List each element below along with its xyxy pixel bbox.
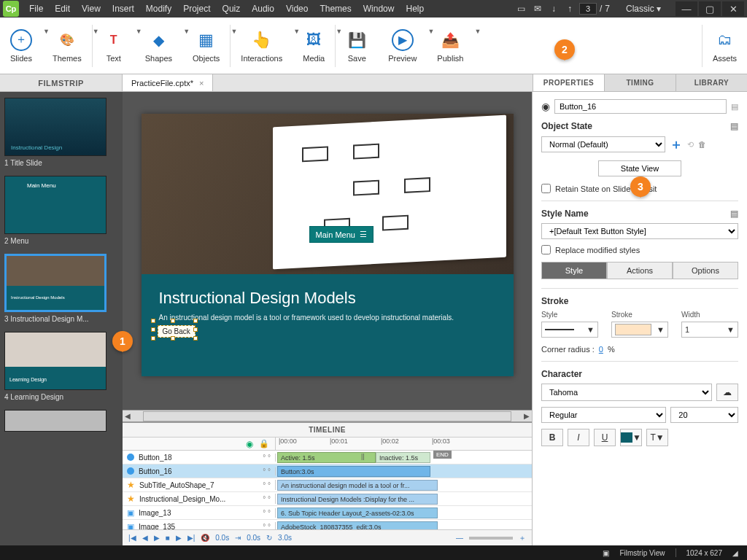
tl-zoom-out-icon[interactable]: — [456, 534, 463, 542]
timeline-bar[interactable]: 6. Sub Topic Header Layout_2-assets-02:3… [277, 508, 438, 518]
tab-timing[interactable]: TIMING [604, 74, 676, 91]
timeline-row[interactable]: ★Instructional_Design_Mo...° °Instructio… [123, 492, 532, 506]
slide-canvas[interactable]: Main Menu ☰ Instructional Design Models … [142, 114, 514, 376]
bold-button[interactable]: B [541, 429, 563, 446]
ribbon-assets[interactable]: 🗂 Assets [703, 18, 747, 74]
stage-area[interactable]: Main Menu ☰ Instructional Design Models … [123, 92, 532, 410]
ribbon-text[interactable]: T▼ Text [93, 18, 135, 74]
menu-insert[interactable]: Insert [107, 4, 140, 14]
timeline-rows[interactable]: Button_18° °Active: 1.5sInactive: 1.5s||… [123, 451, 532, 529]
italic-button[interactable]: I [568, 429, 589, 446]
close-button[interactable]: ✕ [722, 1, 744, 16]
cc-fonts-icon[interactable]: ☁ [716, 384, 738, 401]
tab-actions[interactable]: Actions [607, 262, 673, 279]
lock-icon[interactable]: 🔒 [259, 439, 269, 448]
ribbon-shapes[interactable]: ◆▼ Shapes [135, 18, 182, 74]
stroke-color-picker[interactable]: ▼ [611, 322, 668, 338]
maximize-button[interactable]: ▢ [699, 1, 721, 16]
tab-style[interactable]: Style [541, 262, 607, 279]
main-menu-button[interactable]: Main Menu ☰ [309, 226, 374, 243]
timeline-bar[interactable]: Instructional Design Models :Display for… [277, 494, 438, 505]
stroke-width-dropdown[interactable]: 1▼ [681, 322, 738, 338]
slide-thumb-2[interactable]: 2 Menu [4, 176, 118, 245]
close-icon[interactable]: × [199, 74, 204, 92]
menu-file[interactable]: File [23, 4, 49, 14]
add-state-button[interactable]: ＋ [670, 136, 683, 153]
ribbon-objects[interactable]: ▦▼ Objects [182, 18, 230, 74]
filmstrip-panel[interactable]: 1 Title Slide 2 Menu 3 Instructional Des… [0, 92, 123, 545]
replace-styles-checkbox[interactable] [541, 245, 551, 254]
tab-properties[interactable]: PROPERTIES [533, 74, 604, 91]
menu-project[interactable]: Project [177, 4, 216, 14]
timeline-bar[interactable]: An instructional design model is a tool … [277, 480, 438, 491]
menu-quiz[interactable]: Quiz [217, 4, 247, 14]
scroll-left-icon[interactable]: ◀ [123, 412, 133, 420]
horizontal-scrollbar[interactable]: ◀ ▶ [123, 410, 532, 421]
arrow-up-icon[interactable]: ↑ [563, 2, 576, 15]
tl-loop-icon[interactable]: ↻ [266, 534, 272, 542]
ribbon-interactions[interactable]: 👆▼ Interactions [231, 18, 293, 74]
retain-state-checkbox[interactable] [541, 184, 551, 193]
object-name-input[interactable] [554, 99, 727, 114]
menu-help[interactable]: Help [400, 4, 430, 14]
tl-audio-icon[interactable]: 🔇 [201, 534, 209, 542]
scroll-right-icon[interactable]: ▶ [522, 412, 532, 420]
slide-thumb-5[interactable] [4, 410, 118, 432]
go-back-button[interactable]: Go Back [158, 325, 196, 338]
workspace-dropdown[interactable]: Classic ▾ [620, 4, 667, 14]
font-size-dropdown[interactable]: 20 [670, 407, 738, 423]
eye-icon[interactable]: ◉ [541, 101, 550, 112]
menu-edit[interactable]: Edit [49, 4, 76, 14]
options-icon[interactable]: ▤ [731, 102, 738, 112]
ribbon-themes[interactable]: 🎨▼ Themes [42, 18, 92, 74]
timeline-row[interactable]: Button_18° °Active: 1.5sInactive: 1.5s|| [123, 451, 532, 464]
timeline-bar[interactable]: Button:3.0s [277, 466, 430, 477]
style-name-dropdown[interactable]: +[Default Text Button Style] [541, 223, 738, 239]
timeline-row[interactable]: Button_16° °Button:3.0s [123, 464, 532, 478]
tl-last-icon[interactable]: ▶| [187, 534, 196, 542]
menu-window[interactable]: Window [357, 4, 400, 14]
menu-video[interactable]: Video [280, 4, 314, 14]
menu-themes[interactable]: Themes [314, 4, 357, 14]
slide-thumb-1[interactable]: 1 Title Slide [4, 98, 118, 167]
ribbon-slides[interactable]: ＋▼ Slides [0, 18, 42, 74]
slide-thumb-3[interactable]: 3 Instructional Design M... [4, 254, 118, 323]
reset-state-icon[interactable]: ⟲ [687, 140, 694, 149]
eye-icon[interactable]: ◉ [246, 439, 253, 449]
font-family-dropdown[interactable]: Tahoma [541, 384, 712, 401]
font-weight-dropdown[interactable]: Regular [541, 407, 666, 423]
options-icon[interactable]: ▤ [730, 121, 738, 131]
timeline-bar[interactable]: Inactive: 1.5s [376, 452, 430, 463]
state-view-button[interactable]: State View [598, 160, 681, 176]
ribbon-media[interactable]: 🖼▼ Media [293, 18, 335, 74]
tab-options[interactable]: Options [673, 262, 738, 279]
document-tab[interactable]: PracticeFile.cptx* × [123, 74, 213, 91]
ribbon-publish[interactable]: 📤▼ Publish [427, 18, 473, 74]
timeline-row[interactable]: ▣Image_135° °AdobeStock_180837355_edit:3… [123, 520, 532, 529]
mail-icon[interactable]: ✉ [531, 2, 544, 15]
tl-marker-icon[interactable]: ⇥ [235, 534, 241, 542]
status-layout-icon[interactable]: ▣ [603, 549, 609, 557]
options-icon[interactable]: ▤ [730, 209, 738, 219]
status-resize-icon[interactable]: ◢ [732, 549, 738, 557]
menu-audio[interactable]: Audio [246, 4, 280, 14]
highlight-button[interactable]: T▼ [646, 429, 668, 446]
tl-next-icon[interactable]: ▶ [176, 534, 182, 542]
minimize-button[interactable]: — [676, 1, 697, 16]
ribbon-save[interactable]: 💾 Save [336, 18, 378, 74]
delete-state-icon[interactable]: 🗑 [698, 140, 706, 149]
timeline-row[interactable]: ★SubTitle_AutoShape_7° °An instructional… [123, 478, 532, 492]
ribbon-preview[interactable]: ▶▼ Preview [378, 18, 427, 74]
arrow-down-icon[interactable]: ↓ [547, 2, 560, 15]
text-color-button[interactable]: ▼ [620, 429, 642, 446]
tl-play-icon[interactable]: ▶ [154, 534, 160, 542]
tl-prev-icon[interactable]: ◀ [142, 534, 148, 542]
tl-first-icon[interactable]: |◀ [128, 534, 136, 542]
menu-view[interactable]: View [76, 4, 107, 14]
menu-modify[interactable]: Modify [140, 4, 177, 14]
device-preview-icon[interactable]: ▭ [515, 2, 528, 15]
corner-radius-value[interactable]: 0 [599, 345, 603, 354]
underline-button[interactable]: U [594, 429, 616, 446]
tab-library[interactable]: LIBRARY [676, 74, 747, 91]
timeline-bar[interactable]: AdobeStock_180837355_edit:3.0s [277, 521, 438, 529]
